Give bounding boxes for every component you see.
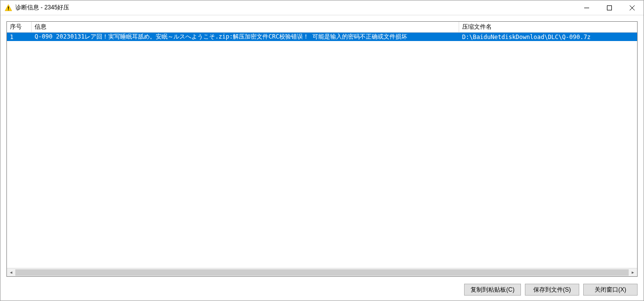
button-bar: 复制到粘贴板(C) 保存到文件(S) 关闭窗口(X) [0,280,644,301]
save-to-file-button[interactable]: 保存到文件(S) [525,284,579,296]
diagnostic-table: 序号 信息 压缩文件名 1 Q-090 20230131レア回！実写睡眠耳舐め。… [6,21,638,277]
table-row[interactable]: 1 Q-090 20230131レア回！実写睡眠耳舐め。安眠～ルスへようこそ.z… [7,33,637,41]
table-header: 序号 信息 压缩文件名 [7,22,637,33]
column-header-seq[interactable]: 序号 [7,22,32,32]
minimize-button[interactable] [575,0,598,15]
maximize-button[interactable] [598,0,621,15]
close-window-button[interactable]: 关闭窗口(X) [583,284,638,296]
scroll-left-arrow[interactable]: ◄ [7,268,15,277]
svg-rect-3 [607,5,612,10]
content-area: 序号 信息 压缩文件名 1 Q-090 20230131レア回！実写睡眠耳舐め。… [0,15,644,280]
cell-seq: 1 [7,33,32,41]
diagnostic-window: 诊断信息 - 2345好压 序号 信息 压缩文件名 1 Q-090 [0,0,644,301]
cell-info: Q-090 20230131レア回！実写睡眠耳舐め。安眠～ルスへようこそ.zip… [32,33,459,42]
svg-rect-0 [8,6,9,9]
svg-rect-1 [8,9,9,10]
window-titlebar: 诊断信息 - 2345好压 [0,0,644,15]
column-header-info[interactable]: 信息 [32,22,459,32]
cell-file: D:\BaiduNetdiskDownload\DLC\Q-090.7z [459,33,637,41]
scroll-right-arrow[interactable]: ► [629,268,637,277]
close-button[interactable] [621,0,644,15]
window-controls [575,0,644,15]
copy-to-clipboard-button[interactable]: 复制到粘贴板(C) [464,284,521,296]
table-body[interactable]: 1 Q-090 20230131レア回！実写睡眠耳舐め。安眠～ルスへようこそ.z… [7,33,637,268]
horizontal-scrollbar[interactable]: ◄ ► [7,268,637,276]
scroll-thumb[interactable] [15,269,629,276]
column-header-file[interactable]: 压缩文件名 [459,22,637,32]
warning-icon [4,4,12,12]
scroll-track[interactable] [15,268,629,276]
window-title: 诊断信息 - 2345好压 [15,3,575,12]
